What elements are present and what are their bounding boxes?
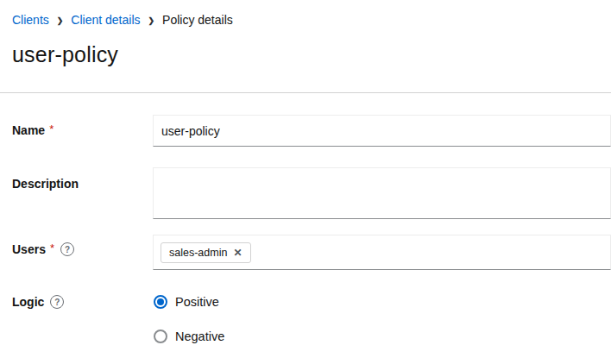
- page-header: Clients ❯ Client details ❯ Policy detail…: [0, 0, 611, 93]
- logic-option-positive[interactable]: Positive: [153, 295, 611, 309]
- negative-radio[interactable]: [154, 329, 167, 343]
- user-chip-label: sales-admin: [169, 247, 227, 259]
- positive-radio-label[interactable]: Positive: [175, 295, 219, 309]
- required-asterisk: *: [49, 122, 54, 135]
- description-label: Description: [12, 177, 79, 191]
- user-chip: sales-admin ✕: [161, 242, 251, 263]
- logic-option-negative[interactable]: Negative: [153, 329, 611, 343]
- logic-radio-group: Positive Negative: [153, 294, 611, 343]
- negative-radio-label[interactable]: Negative: [175, 329, 224, 343]
- logic-label-group: Logic ?: [12, 294, 153, 309]
- logic-help-icon[interactable]: ?: [50, 295, 64, 309]
- logic-label: Logic: [12, 295, 44, 309]
- required-asterisk: *: [50, 242, 54, 254]
- page-title: user-policy: [12, 41, 599, 67]
- users-help-icon[interactable]: ?: [60, 242, 74, 256]
- breadcrumb-chevron-icon: ❯: [141, 14, 163, 28]
- policy-form: Name * Description Users * ? sales-admin…: [0, 93, 611, 343]
- chip-remove-icon[interactable]: ✕: [227, 248, 248, 258]
- name-input[interactable]: [153, 115, 611, 147]
- form-row-description: Description: [12, 167, 611, 219]
- name-label: Name: [12, 123, 45, 137]
- logic-control: Positive Negative: [153, 294, 611, 343]
- breadcrumb-current-policy-details: Policy details: [162, 13, 233, 28]
- name-control: [153, 115, 611, 147]
- description-control: [153, 167, 611, 219]
- breadcrumb-link-clients[interactable]: Clients: [12, 13, 49, 28]
- users-label-group: Users * ?: [12, 235, 153, 256]
- breadcrumb-link-client-details[interactable]: Client details: [71, 13, 140, 28]
- form-row-logic: Logic ? Positive Negative: [12, 294, 611, 343]
- description-textarea[interactable]: [153, 167, 611, 219]
- users-chip-input[interactable]: sales-admin ✕: [153, 235, 611, 270]
- breadcrumb: Clients ❯ Client details ❯ Policy detail…: [12, 13, 599, 28]
- positive-radio[interactable]: [154, 295, 167, 309]
- form-row-name: Name *: [12, 115, 611, 147]
- name-label-group: Name *: [12, 115, 153, 137]
- users-label: Users: [12, 242, 46, 256]
- users-control: sales-admin ✕: [153, 235, 611, 270]
- form-row-users: Users * ? sales-admin ✕: [12, 235, 611, 270]
- description-label-group: Description: [12, 167, 153, 191]
- breadcrumb-chevron-icon: ❯: [49, 14, 72, 28]
